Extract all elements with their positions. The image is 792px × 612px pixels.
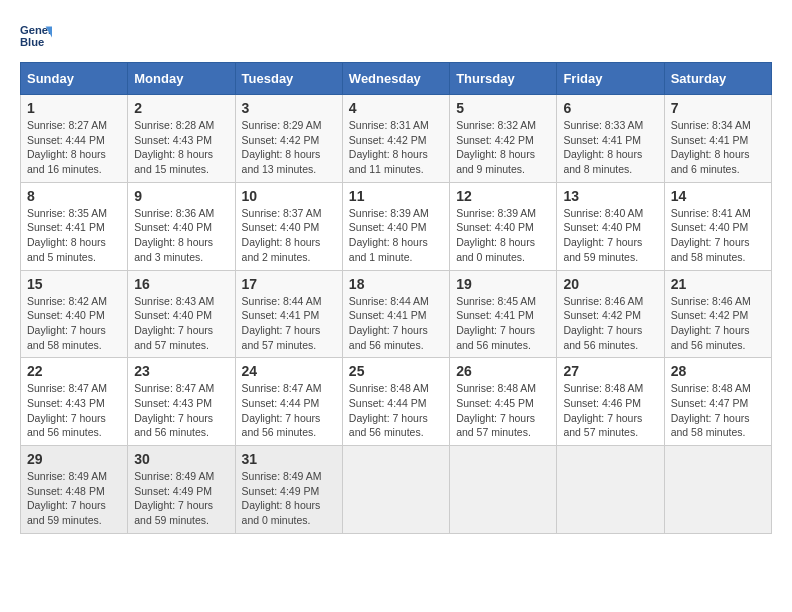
calendar-cell: 13Sunrise: 8:40 AMSunset: 4:40 PMDayligh… (557, 182, 664, 270)
col-header-saturday: Saturday (664, 63, 771, 95)
calendar-cell: 25Sunrise: 8:48 AMSunset: 4:44 PMDayligh… (342, 358, 449, 446)
day-number: 6 (563, 100, 657, 116)
calendar-cell: 31Sunrise: 8:49 AMSunset: 4:49 PMDayligh… (235, 446, 342, 534)
calendar-cell: 28Sunrise: 8:48 AMSunset: 4:47 PMDayligh… (664, 358, 771, 446)
day-number: 21 (671, 276, 765, 292)
day-info: Sunrise: 8:48 AMSunset: 4:45 PMDaylight:… (456, 381, 550, 440)
day-info: Sunrise: 8:40 AMSunset: 4:40 PMDaylight:… (563, 206, 657, 265)
day-info: Sunrise: 8:45 AMSunset: 4:41 PMDaylight:… (456, 294, 550, 353)
day-info: Sunrise: 8:42 AMSunset: 4:40 PMDaylight:… (27, 294, 121, 353)
day-info: Sunrise: 8:39 AMSunset: 4:40 PMDaylight:… (349, 206, 443, 265)
calendar-cell: 11Sunrise: 8:39 AMSunset: 4:40 PMDayligh… (342, 182, 449, 270)
day-info: Sunrise: 8:48 AMSunset: 4:44 PMDaylight:… (349, 381, 443, 440)
calendar-cell: 4Sunrise: 8:31 AMSunset: 4:42 PMDaylight… (342, 95, 449, 183)
calendar-cell: 6Sunrise: 8:33 AMSunset: 4:41 PMDaylight… (557, 95, 664, 183)
day-info: Sunrise: 8:44 AMSunset: 4:41 PMDaylight:… (242, 294, 336, 353)
calendar-week-3: 15Sunrise: 8:42 AMSunset: 4:40 PMDayligh… (21, 270, 772, 358)
day-info: Sunrise: 8:31 AMSunset: 4:42 PMDaylight:… (349, 118, 443, 177)
calendar-cell: 26Sunrise: 8:48 AMSunset: 4:45 PMDayligh… (450, 358, 557, 446)
col-header-tuesday: Tuesday (235, 63, 342, 95)
day-info: Sunrise: 8:47 AMSunset: 4:44 PMDaylight:… (242, 381, 336, 440)
day-info: Sunrise: 8:48 AMSunset: 4:46 PMDaylight:… (563, 381, 657, 440)
col-header-monday: Monday (128, 63, 235, 95)
day-number: 20 (563, 276, 657, 292)
day-number: 13 (563, 188, 657, 204)
day-number: 14 (671, 188, 765, 204)
calendar-cell: 18Sunrise: 8:44 AMSunset: 4:41 PMDayligh… (342, 270, 449, 358)
calendar-cell: 22Sunrise: 8:47 AMSunset: 4:43 PMDayligh… (21, 358, 128, 446)
day-number: 25 (349, 363, 443, 379)
calendar-cell: 14Sunrise: 8:41 AMSunset: 4:40 PMDayligh… (664, 182, 771, 270)
day-info: Sunrise: 8:47 AMSunset: 4:43 PMDaylight:… (134, 381, 228, 440)
day-info: Sunrise: 8:36 AMSunset: 4:40 PMDaylight:… (134, 206, 228, 265)
day-info: Sunrise: 8:29 AMSunset: 4:42 PMDaylight:… (242, 118, 336, 177)
header: General Blue (20, 20, 772, 52)
col-header-wednesday: Wednesday (342, 63, 449, 95)
day-info: Sunrise: 8:49 AMSunset: 4:49 PMDaylight:… (134, 469, 228, 528)
calendar-cell: 21Sunrise: 8:46 AMSunset: 4:42 PMDayligh… (664, 270, 771, 358)
day-info: Sunrise: 8:49 AMSunset: 4:48 PMDaylight:… (27, 469, 121, 528)
day-number: 17 (242, 276, 336, 292)
day-info: Sunrise: 8:35 AMSunset: 4:41 PMDaylight:… (27, 206, 121, 265)
day-info: Sunrise: 8:27 AMSunset: 4:44 PMDaylight:… (27, 118, 121, 177)
day-info: Sunrise: 8:28 AMSunset: 4:43 PMDaylight:… (134, 118, 228, 177)
day-number: 15 (27, 276, 121, 292)
day-info: Sunrise: 8:41 AMSunset: 4:40 PMDaylight:… (671, 206, 765, 265)
day-info: Sunrise: 8:46 AMSunset: 4:42 PMDaylight:… (563, 294, 657, 353)
day-number: 4 (349, 100, 443, 116)
day-number: 18 (349, 276, 443, 292)
calendar-week-1: 1Sunrise: 8:27 AMSunset: 4:44 PMDaylight… (21, 95, 772, 183)
calendar-cell: 23Sunrise: 8:47 AMSunset: 4:43 PMDayligh… (128, 358, 235, 446)
day-number: 9 (134, 188, 228, 204)
calendar-cell: 2Sunrise: 8:28 AMSunset: 4:43 PMDaylight… (128, 95, 235, 183)
calendar-cell: 15Sunrise: 8:42 AMSunset: 4:40 PMDayligh… (21, 270, 128, 358)
col-header-thursday: Thursday (450, 63, 557, 95)
day-info: Sunrise: 8:39 AMSunset: 4:40 PMDaylight:… (456, 206, 550, 265)
calendar-cell: 9Sunrise: 8:36 AMSunset: 4:40 PMDaylight… (128, 182, 235, 270)
day-number: 28 (671, 363, 765, 379)
day-info: Sunrise: 8:48 AMSunset: 4:47 PMDaylight:… (671, 381, 765, 440)
col-header-sunday: Sunday (21, 63, 128, 95)
calendar-cell: 12Sunrise: 8:39 AMSunset: 4:40 PMDayligh… (450, 182, 557, 270)
calendar-cell: 17Sunrise: 8:44 AMSunset: 4:41 PMDayligh… (235, 270, 342, 358)
logo: General Blue (20, 20, 56, 52)
day-number: 10 (242, 188, 336, 204)
day-info: Sunrise: 8:44 AMSunset: 4:41 PMDaylight:… (349, 294, 443, 353)
calendar-week-4: 22Sunrise: 8:47 AMSunset: 4:43 PMDayligh… (21, 358, 772, 446)
calendar-cell: 16Sunrise: 8:43 AMSunset: 4:40 PMDayligh… (128, 270, 235, 358)
calendar-cell: 1Sunrise: 8:27 AMSunset: 4:44 PMDaylight… (21, 95, 128, 183)
calendar-cell: 10Sunrise: 8:37 AMSunset: 4:40 PMDayligh… (235, 182, 342, 270)
day-number: 16 (134, 276, 228, 292)
calendar-cell: 3Sunrise: 8:29 AMSunset: 4:42 PMDaylight… (235, 95, 342, 183)
day-number: 7 (671, 100, 765, 116)
day-info: Sunrise: 8:46 AMSunset: 4:42 PMDaylight:… (671, 294, 765, 353)
day-number: 30 (134, 451, 228, 467)
day-number: 22 (27, 363, 121, 379)
day-number: 12 (456, 188, 550, 204)
calendar-week-5: 29Sunrise: 8:49 AMSunset: 4:48 PMDayligh… (21, 446, 772, 534)
calendar-cell: 30Sunrise: 8:49 AMSunset: 4:49 PMDayligh… (128, 446, 235, 534)
calendar-cell: 5Sunrise: 8:32 AMSunset: 4:42 PMDaylight… (450, 95, 557, 183)
day-number: 26 (456, 363, 550, 379)
day-number: 2 (134, 100, 228, 116)
day-info: Sunrise: 8:43 AMSunset: 4:40 PMDaylight:… (134, 294, 228, 353)
day-info: Sunrise: 8:33 AMSunset: 4:41 PMDaylight:… (563, 118, 657, 177)
day-number: 23 (134, 363, 228, 379)
day-number: 27 (563, 363, 657, 379)
day-number: 24 (242, 363, 336, 379)
day-number: 31 (242, 451, 336, 467)
calendar-cell: 19Sunrise: 8:45 AMSunset: 4:41 PMDayligh… (450, 270, 557, 358)
calendar-cell (557, 446, 664, 534)
day-number: 19 (456, 276, 550, 292)
day-info: Sunrise: 8:34 AMSunset: 4:41 PMDaylight:… (671, 118, 765, 177)
calendar-cell (342, 446, 449, 534)
calendar-cell (450, 446, 557, 534)
svg-text:General: General (20, 24, 52, 36)
calendar-cell: 24Sunrise: 8:47 AMSunset: 4:44 PMDayligh… (235, 358, 342, 446)
day-info: Sunrise: 8:37 AMSunset: 4:40 PMDaylight:… (242, 206, 336, 265)
day-number: 29 (27, 451, 121, 467)
day-number: 3 (242, 100, 336, 116)
svg-text:Blue: Blue (20, 36, 44, 48)
day-number: 11 (349, 188, 443, 204)
logo-icon: General Blue (20, 20, 52, 52)
